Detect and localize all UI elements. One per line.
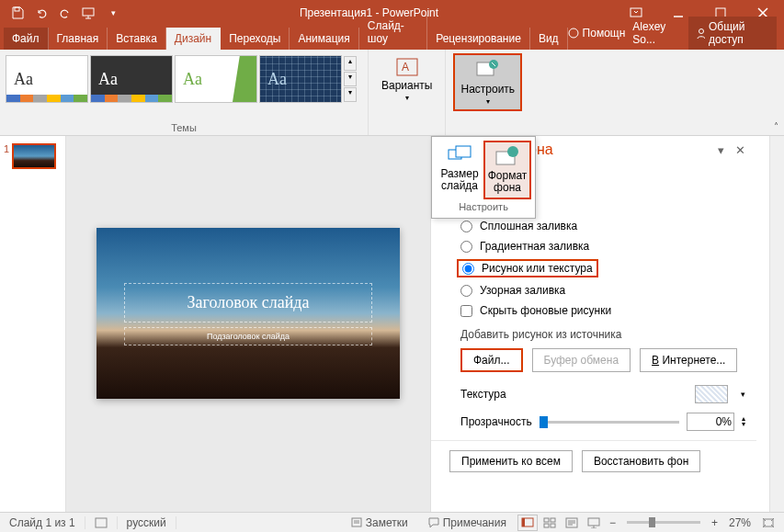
variants-group: A Варианты ▾	[368, 50, 445, 135]
slide-size-icon	[447, 144, 472, 168]
variants-icon: A	[395, 57, 419, 77]
gallery-up-icon[interactable]: ▴	[344, 56, 357, 71]
svg-rect-15	[96, 518, 107, 527]
fill-picture-radio[interactable]: Рисунок или текстура	[457, 259, 598, 277]
themes-group-label: Темы	[0, 122, 368, 133]
comments-button[interactable]: Примечания	[419, 516, 516, 529]
transparency-input[interactable]	[687, 413, 734, 431]
tab-home[interactable]: Главная	[49, 28, 108, 50]
pane-close-icon[interactable]: ✕	[730, 143, 751, 157]
svg-text:A: A	[402, 61, 409, 74]
undo-icon[interactable]	[31, 3, 51, 23]
format-background-pane: Размер слайда Формат фона Настроить она …	[430, 136, 784, 512]
svg-rect-1	[83, 8, 94, 16]
svg-point-13	[507, 146, 518, 157]
reset-bg-button[interactable]: Восстановить фон	[582, 450, 700, 472]
svg-rect-18	[522, 518, 525, 526]
pane-scrollbar[interactable]	[769, 136, 784, 512]
language-label[interactable]: русский	[118, 516, 176, 529]
slide-subtitle-text: Подзаголовок слайда	[125, 332, 371, 341]
tab-review[interactable]: Рецензирование	[427, 28, 530, 50]
redo-icon[interactable]	[55, 3, 75, 23]
zoom-slider[interactable]	[627, 521, 700, 524]
tab-transitions[interactable]: Переходы	[221, 28, 290, 50]
svg-point-5	[699, 29, 704, 34]
theme-option[interactable]: Aa	[90, 55, 173, 103]
svg-rect-24	[588, 518, 599, 526]
tab-slideshow[interactable]: Слайд-шоу	[359, 15, 427, 50]
subtitle-placeholder[interactable]: Подзаголовок слайда	[124, 327, 372, 345]
statusbar: Слайд 1 из 1 русский Заметки Примечания …	[0, 512, 784, 532]
file-button[interactable]: Файл...	[460, 348, 523, 372]
themes-gallery[interactable]: Aa Aa Aa Aa ▴ ▾ ▾	[0, 50, 368, 108]
tab-file[interactable]: Файл	[4, 28, 49, 50]
share-button[interactable]: Общий доступ	[688, 17, 777, 50]
online-button[interactable]: В В Интернете...Интернете...	[640, 348, 737, 372]
slide-number: 1	[4, 143, 9, 154]
theme-option[interactable]: Aa	[259, 55, 342, 103]
svg-rect-0	[15, 7, 19, 11]
spinner-icon[interactable]: ▴▾	[742, 416, 745, 426]
gallery-down-icon[interactable]: ▾	[344, 72, 357, 86]
slide-title-text: Заголовок слайда	[125, 293, 371, 312]
gallery-more-icon[interactable]: ▾	[344, 87, 357, 102]
tab-view[interactable]: Вид	[530, 28, 568, 50]
zoom-out-icon[interactable]: −	[606, 516, 619, 529]
add-from-label: Добавить рисунок из источника	[442, 328, 745, 341]
texture-label: Текстура	[460, 388, 506, 401]
customize-icon	[475, 59, 501, 81]
slide-thumbnail[interactable]	[12, 143, 56, 169]
quick-access-toolbar: ▾	[0, 3, 123, 23]
zoom-in-icon[interactable]: +	[708, 516, 722, 529]
format-bg-icon	[494, 146, 520, 170]
notes-button[interactable]: Заметки	[342, 516, 417, 529]
svg-rect-11	[456, 146, 471, 157]
format-background-button[interactable]: Формат фона	[483, 141, 531, 199]
start-slideshow-icon[interactable]	[79, 3, 99, 23]
collapse-ribbon-icon[interactable]: ˄	[774, 121, 778, 131]
reading-view-icon[interactable]	[562, 515, 582, 531]
customize-button[interactable]: Настроить ▾	[453, 53, 522, 111]
zoom-label[interactable]: 27%	[723, 516, 756, 529]
texture-dropdown-icon[interactable]: ▾	[741, 390, 745, 399]
svg-rect-19	[544, 518, 549, 522]
svg-rect-20	[551, 518, 555, 522]
ribbon-tabs: Файл Главная Вставка Дизайн Переходы Ани…	[0, 26, 784, 50]
normal-view-icon[interactable]	[517, 515, 538, 531]
apply-all-button[interactable]: Применить ко всем	[449, 450, 573, 472]
slide-canvas[interactable]: Заголовок слайда Подзаголовок слайда	[97, 228, 400, 399]
user-label[interactable]: Alexey So...	[632, 20, 681, 46]
title-placeholder[interactable]: Заголовок слайда	[124, 283, 372, 323]
fill-gradient-radio[interactable]: Градиентная заливка	[442, 236, 745, 256]
tab-design[interactable]: Дизайн	[166, 28, 221, 50]
theme-option[interactable]: Aa	[175, 55, 257, 103]
svg-rect-22	[551, 524, 555, 527]
fit-to-window-icon[interactable]	[758, 515, 778, 531]
spellcheck-icon[interactable]	[85, 516, 118, 529]
sorter-view-icon[interactable]	[540, 515, 560, 531]
save-icon[interactable]	[7, 3, 28, 23]
theme-option[interactable]: Aa	[6, 55, 88, 103]
dropdown-group-label: Настроить	[436, 199, 531, 214]
hide-bg-checkbox[interactable]: Скрыть фоновые рисунки	[442, 300, 745, 321]
help-icon[interactable]: Помощн	[568, 27, 626, 40]
qat-more-icon[interactable]: ▾	[103, 3, 123, 23]
ribbon-body: Aa Aa Aa Aa ▴ ▾ ▾ Темы A Варианты ▾ Наст…	[0, 50, 784, 136]
slide-info[interactable]: Слайд 1 из 1	[0, 516, 85, 529]
workspace: 1 Заголовок слайда Подзаголовок слайда Р…	[0, 136, 784, 512]
slideshow-view-icon[interactable]	[584, 515, 604, 531]
texture-picker[interactable]	[695, 385, 728, 403]
clipboard-button: Буфер обмена	[532, 348, 631, 372]
svg-point-4	[569, 28, 578, 38]
slide-size-button[interactable]: Размер слайда	[436, 141, 483, 199]
transparency-label: Прозрачность	[460, 415, 532, 428]
pane-dropdown-icon[interactable]: ▾	[712, 143, 730, 157]
slide-editor[interactable]: Заголовок слайда Подзаголовок слайда	[66, 136, 430, 512]
slide-thumbnails-panel: 1	[0, 136, 66, 512]
transparency-slider[interactable]	[540, 421, 679, 424]
tab-insert[interactable]: Вставка	[108, 28, 166, 50]
tab-animation[interactable]: Анимация	[290, 28, 358, 50]
variants-button[interactable]: A Варианты ▾	[376, 53, 437, 106]
customize-group: Настроить ▾	[445, 50, 529, 135]
fill-pattern-radio[interactable]: Узорная заливка	[442, 280, 745, 300]
